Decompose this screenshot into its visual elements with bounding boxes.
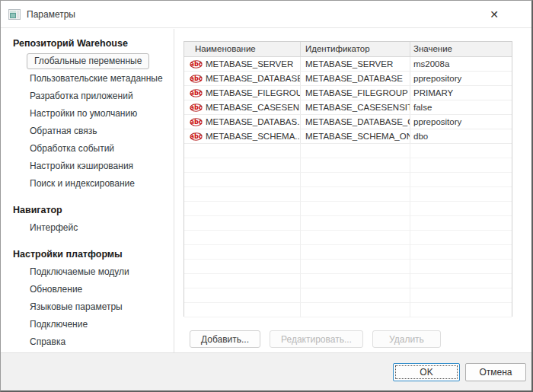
sidebar-item-language-settings[interactable]: Языковые параметры xyxy=(1,298,174,316)
variable-name: METABASE_DATABASE xyxy=(206,72,301,85)
variable-value: ms2008a xyxy=(410,57,512,71)
variable-name: METABASE_DATABAS... xyxy=(206,115,301,129)
sidebar-item-event-handling[interactable]: Обработка событий xyxy=(1,140,174,158)
variable-value: pprepository xyxy=(410,72,512,85)
variable-name: METABASE_SCHEMA... xyxy=(206,129,301,143)
sidebar-section-warehouse-repository: Репозиторий Warehouse xyxy=(1,35,174,53)
edit-button[interactable]: Редактировать... xyxy=(270,330,363,348)
sidebar-section-platform-settings: Настройки платформы xyxy=(1,246,174,263)
cancel-button[interactable]: Отмена xyxy=(465,363,526,381)
sidebar-item-interface[interactable]: Интерфейс xyxy=(1,219,174,237)
abc-string-type-icon: abc xyxy=(190,74,203,84)
svg-text:abc: abc xyxy=(190,89,202,97)
variable-identifier: METABASE_SERVER xyxy=(301,57,410,71)
column-header-value[interactable]: Значение xyxy=(410,42,512,56)
column-divider xyxy=(410,144,410,317)
variables-table: Наименование Идентификатор Значение abcM… xyxy=(184,41,512,317)
abc-string-type-icon: abc xyxy=(190,88,203,98)
svg-text:abc: abc xyxy=(190,118,202,126)
add-button[interactable]: Добавить... xyxy=(190,330,260,348)
table-row[interactable]: abcMETABASE_SERVER METABASE_SERVER ms200… xyxy=(184,57,512,72)
options-dialog: Параметры ✕ Репозиторий Warehouse Глобал… xyxy=(0,0,533,392)
sidebar-item-update[interactable]: Обновление xyxy=(1,281,174,298)
title-bar: Параметры ✕ xyxy=(1,1,531,28)
svg-text:abc: abc xyxy=(190,75,202,82)
sidebar-item-connection[interactable]: Подключение xyxy=(1,316,174,333)
variable-name: METABASE_SERVER xyxy=(206,57,293,71)
variables-panel: Наименование Идентификатор Значение abcM… xyxy=(175,29,531,352)
variable-identifier: METABASE_SCHEMA_ONLY xyxy=(301,129,410,143)
table-actions: Добавить... Редактировать... Удалить xyxy=(190,330,441,348)
abc-string-type-icon: abc xyxy=(190,103,203,113)
abc-string-type-icon: abc xyxy=(190,59,203,69)
sidebar-item-app-development[interactable]: Разработка приложений xyxy=(1,88,174,105)
sidebar-item-help[interactable]: Справка xyxy=(1,333,174,351)
sidebar-item-cache-settings[interactable]: Настройки кэширования xyxy=(1,158,174,175)
svg-text:abc: abc xyxy=(190,132,202,140)
column-header-identifier[interactable]: Идентификатор xyxy=(301,42,410,56)
column-divider xyxy=(300,144,301,317)
variable-name: METABASE_CASESEN... xyxy=(206,100,301,114)
variable-identifier: METABASE_DATABASE_O... xyxy=(301,115,410,129)
window-title: Параметры xyxy=(27,9,75,20)
close-icon[interactable]: ✕ xyxy=(483,5,506,24)
sidebar-item-global-variables[interactable]: Глобальные переменные xyxy=(1,53,174,70)
ok-button[interactable]: OK xyxy=(393,363,460,381)
app-icon xyxy=(8,8,21,21)
table-header-row: Наименование Идентификатор Значение xyxy=(184,42,512,57)
variable-value: false xyxy=(410,100,512,114)
variable-identifier: METABASE_FILEGROUP xyxy=(301,86,410,100)
table-row[interactable]: abcMETABASE_FILEGROUP METABASE_FILEGROUP… xyxy=(184,86,512,100)
variable-identifier: METABASE_CASESENSITIVE xyxy=(301,100,410,114)
sidebar-section-navigator: Навигатор xyxy=(1,202,174,219)
sidebar-item-feedback[interactable]: Обратная связь xyxy=(1,123,174,140)
empty-rows-area xyxy=(184,144,512,317)
dialog-body: Репозиторий Warehouse Глобальные перемен… xyxy=(1,29,531,352)
sidebar-item-search-indexing[interactable]: Поиск и индексирование xyxy=(1,175,174,193)
variable-value: dbo xyxy=(410,129,512,143)
variable-identifier: METABASE_DATABASE xyxy=(301,72,410,85)
dialog-footer: OK Отмена xyxy=(1,352,531,390)
variable-value: pprepository xyxy=(410,115,512,129)
sidebar-item-user-metadata[interactable]: Пользовательские метаданные xyxy=(1,70,174,88)
sidebar-item-default-settings[interactable]: Настройки по умолчанию xyxy=(1,105,174,123)
table-row[interactable]: abcMETABASE_CASESEN... METABASE_CASESENS… xyxy=(184,100,512,115)
table-row[interactable]: abcMETABASE_DATABAS... METABASE_DATABASE… xyxy=(184,115,512,129)
abc-string-type-icon: abc xyxy=(190,132,203,142)
variable-name: METABASE_FILEGROUP xyxy=(206,86,301,100)
variable-value: PRIMARY xyxy=(410,86,512,100)
svg-text:abc: abc xyxy=(190,104,202,111)
table-row[interactable]: abcMETABASE_SCHEMA... METABASE_SCHEMA_ON… xyxy=(184,129,512,144)
column-header-name[interactable]: Наименование xyxy=(184,42,301,56)
delete-button[interactable]: Удалить xyxy=(372,330,441,348)
svg-text:abc: abc xyxy=(190,60,202,68)
sidebar-item-plugins[interactable]: Подключаемые модули xyxy=(1,263,174,281)
categories-sidebar: Репозиторий Warehouse Глобальные перемен… xyxy=(1,29,174,352)
abc-string-type-icon: abc xyxy=(190,117,203,127)
table-row[interactable]: abcMETABASE_DATABASE METABASE_DATABASE p… xyxy=(184,72,512,86)
